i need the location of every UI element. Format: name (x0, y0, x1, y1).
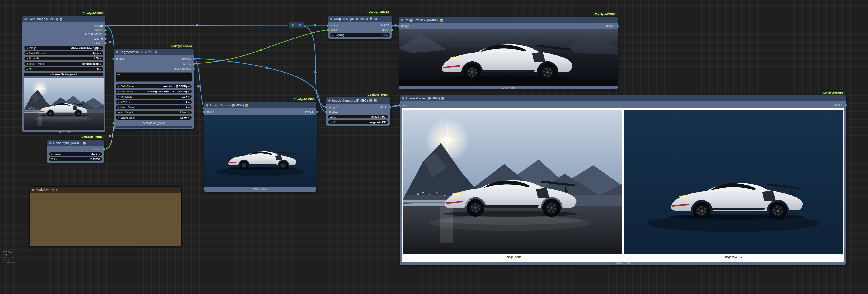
output-height[interactable]: HEIGHT (92, 41, 106, 44)
input-background-color[interactable] (113, 121, 115, 125)
node-title: Color Input (RMBG) (53, 141, 82, 145)
group-badge: Comfyui-RMBG (821, 90, 845, 95)
collapse-dot-icon[interactable] (116, 51, 118, 53)
widget-resize-mode[interactable]: ◀Resize Mode longest_side▶ (24, 62, 103, 66)
output-mask[interactable]: MASK (95, 29, 106, 32)
input-image2[interactable]: image2 (325, 110, 338, 113)
widget-text1[interactable]: text1 image input (328, 114, 388, 119)
preview-image[interactable] (204, 114, 317, 187)
node-load-image[interactable]: Load Image (RMBG) IMAGE MASK MASK IMAGE … (22, 16, 105, 133)
widget-padding[interactable]: ◀Padding 10▶ (330, 33, 390, 37)
compare-right-pane[interactable] (624, 110, 843, 254)
widget-mask-offset[interactable]: ◀Mask Offset 0▶ (116, 105, 192, 109)
output-mask-image[interactable]: MASK IMAGE (174, 67, 195, 70)
node-title-bar[interactable]: Image Compare (RMBG) (326, 98, 390, 104)
loaded-image-preview[interactable] (24, 78, 104, 130)
output-image[interactable]: IMAGE (379, 106, 391, 109)
output-mask-image[interactable]: MASK IMAGE (85, 33, 106, 36)
input-image[interactable]: Image (327, 24, 338, 27)
node-title-bar[interactable]: Image Preview (RMBG) (400, 95, 846, 102)
widget-size[interactable]: ◀Size 0▶ (24, 67, 103, 71)
node-segmentation-v2[interactable]: Segmentation V2 (RMBG) Image IMAGE MASK … (114, 49, 194, 129)
node-title-bar[interactable]: Image Preview (RMBG) (399, 17, 618, 23)
node-title: Image Preview (RMBG) (405, 19, 439, 22)
collapse-dot-icon[interactable] (328, 100, 331, 102)
compare-image[interactable]: image input image w/o BG (402, 108, 844, 261)
node-title-bar[interactable]: Load Image (RMBG) (22, 16, 105, 22)
compare-right-label: image w/o BG (623, 254, 843, 260)
output-image[interactable]: IMAGE (94, 24, 106, 27)
input-image[interactable]: Image (398, 25, 409, 28)
widget-dino-model[interactable]: ◀DINO Model GroundingDINO_SwinT_OGC (694… (116, 89, 192, 94)
group-badge: Comfyui-RMBG (367, 10, 392, 15)
reroute-output-dot[interactable] (299, 24, 301, 26)
node-color-input[interactable]: Color Input (RMBG) COLOR ◀preset black▶ … (47, 140, 104, 163)
output-image[interactable]: IMAGE (606, 25, 619, 28)
node-canvas[interactable]: Comfyui-RMBG Comfyui-RMBG Comfyui-RMBG C… (0, 0, 868, 294)
preview-image[interactable] (399, 29, 618, 86)
node-title: Image Preview (RMBG) (210, 104, 244, 107)
wire-mask-to-crop (193, 30, 329, 64)
input-mask[interactable]: Mask (327, 28, 337, 31)
widget-text2[interactable]: text2 image w/o BG (328, 120, 388, 124)
picture-icon (245, 104, 248, 107)
output-image[interactable]: IMAGE (834, 104, 847, 107)
collapse-dot-icon[interactable] (32, 189, 34, 191)
upload-button[interactable]: choose file to upload (24, 72, 103, 76)
widget-color-hex[interactable]: Color #123456 (49, 157, 102, 161)
output-mask[interactable]: MASK (183, 62, 195, 66)
node-image-preview-segmented[interactable]: Image Preview (RMBG) Image IMAGE 1536 × … (204, 102, 317, 192)
output-mask[interactable]: MASK (381, 28, 393, 31)
collapse-dot-icon[interactable] (206, 104, 208, 107)
widget-sam-model[interactable]: ◀SAM Model sam_vit_h (2.56GB)▶ (116, 84, 192, 88)
output-color[interactable]: COLOR (92, 148, 105, 151)
node-crop-to-object[interactable]: Crop To Object (RMBG) Image Mask IMAGE M… (328, 15, 392, 39)
image-dimensions: 1536 × 1024 (22, 131, 105, 134)
node-image-preview-cropped[interactable]: Image Preview (RMBG) Image IMAGE 1371 × … (399, 17, 618, 89)
reroute-input-dot[interactable] (291, 24, 294, 26)
prompt-textarea[interactable]: car (116, 72, 192, 81)
collapse-dot-icon[interactable] (401, 19, 403, 22)
masks-icon (374, 17, 377, 20)
toggle-knob[interactable] (187, 111, 190, 114)
compare-left-pane[interactable] (403, 110, 622, 254)
output-image[interactable]: IMAGE (380, 24, 393, 27)
widget-background[interactable]: ◀Background Color▶ (116, 116, 192, 120)
input-image[interactable]: Image (113, 57, 124, 60)
widget-preset[interactable]: ◀preset black▶ (49, 152, 102, 156)
wire-reroute-to-compare1 (302, 26, 327, 107)
output-width[interactable]: WIDTH (94, 37, 106, 40)
input-image[interactable]: Image (399, 104, 410, 107)
output-image[interactable]: IMAGE (182, 57, 195, 60)
node-title-bar[interactable]: Color Input (RMBG) (47, 140, 104, 146)
widget-invert-output[interactable]: Invert Output false (116, 110, 192, 114)
node-image-preview-compare[interactable]: Image Preview (RMBG) Image IMAGE image i… (400, 95, 846, 265)
node-image-compare[interactable]: Image Compare (RMBG) image1 image2 IMAGE… (326, 97, 390, 126)
input-image1[interactable]: image1 (325, 106, 338, 109)
collapse-dot-icon[interactable] (402, 97, 404, 100)
picture-icon (60, 18, 62, 21)
collapse-dot-icon[interactable] (49, 142, 52, 144)
widget-scale-by[interactable]: ◀Scale By 1.00▶ (24, 57, 103, 61)
collapse-dot-icon[interactable] (330, 18, 332, 20)
node-title: Image Compare (RMBG) (332, 99, 368, 102)
node-title-bar[interactable]: Crop To Object (RMBG) (328, 16, 392, 22)
node-title-bar[interactable]: Image Preview (RMBG) (204, 102, 316, 108)
widget-threshold[interactable]: ◀Threshold 0.30▶ (116, 95, 192, 99)
group-badge: Comfyui-RMBG (366, 93, 390, 97)
node-title-bar[interactable]: Markdown Note (30, 187, 181, 193)
collapse-dot-icon[interactable] (24, 18, 27, 20)
input-image[interactable]: Image (203, 110, 214, 113)
collapsed-reroute-node[interactable] (288, 22, 304, 28)
compare-left-label: image input (403, 254, 623, 260)
widget-mask-blur[interactable]: ◀Mask Blur 0▶ (116, 100, 192, 104)
node-title: Markdown Note (36, 188, 58, 191)
output-image[interactable]: IMAGE (305, 110, 318, 113)
node-footer-bar (116, 125, 192, 128)
markdown-note-body[interactable] (30, 193, 181, 246)
widget-image[interactable]: ◀Image 00055-3038182537.jpg▶ (24, 46, 103, 50)
group-badge: Comfyui-RMBG (80, 135, 104, 139)
widget-mask-channel[interactable]: ◀Mask Channel alpha▶ (24, 51, 103, 55)
node-title-bar[interactable]: Segmentation V2 (RMBG) (114, 49, 193, 55)
node-markdown-note[interactable]: Markdown Note (29, 186, 182, 247)
